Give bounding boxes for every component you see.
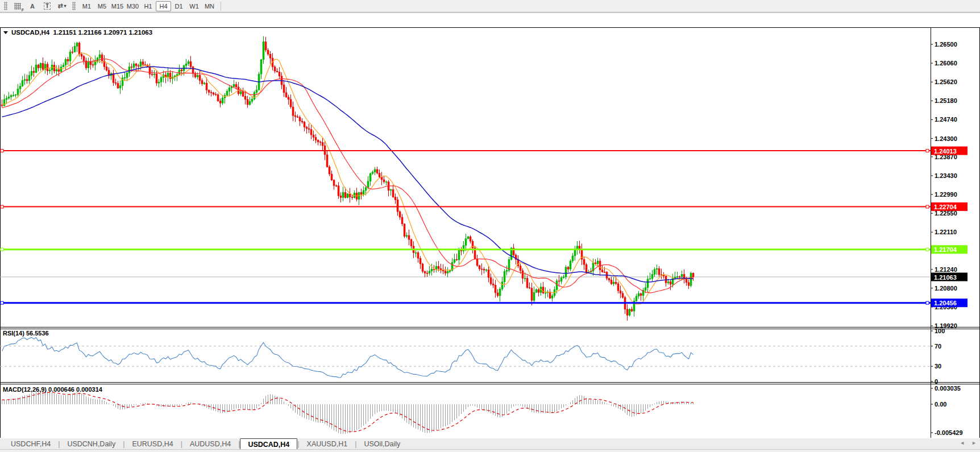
price-tag-text: 1.20456 [934, 300, 957, 306]
price-tag-text: 1.21704 [934, 246, 957, 253]
timeframe-button-mn[interactable]: MN [202, 1, 217, 11]
price-axis-tick: 1.24300 [935, 135, 957, 142]
price-tag-text: 1.24013 [934, 148, 957, 155]
price-axis-tick: 1.26500 [935, 41, 957, 48]
chart-tab-audusd[interactable]: AUDUSD,H4 [182, 438, 238, 449]
chart-tab-xauusd[interactable]: XAUUSD,H1 [300, 438, 355, 449]
chart-window: 1.265001.260601.256201.251801.247401.243… [0, 14, 980, 437]
price-axis-tick: 1.24740 [935, 116, 957, 123]
toolbar-grip[interactable] [4, 2, 7, 10]
toolbar-separator [221, 2, 221, 11]
price-axis-tick: 1.26060 [935, 60, 957, 67]
label-tool-button[interactable]: A [26, 1, 39, 11]
macd-indicator-label: MACD(12,26,9) 0.000646 0.000314 [3, 386, 102, 393]
timeframe-button-d1[interactable]: D1 [171, 1, 186, 11]
chart-title: USDCAD,H4 1.21151 1.21166 1.20971 1.2106… [3, 29, 152, 36]
timeframe-button-h1[interactable]: H1 [140, 1, 156, 11]
chart-canvas[interactable]: 1.265001.260601.256201.251801.247401.243… [0, 14, 980, 452]
chart-tab-usdcad[interactable]: USDCAD,H4 [240, 438, 297, 449]
macd-axis-tick: -0.005429 [935, 429, 963, 436]
rsi-axis-tick: 30 [935, 363, 941, 370]
rsi-indicator-label: RSI(14) 56.5536 [3, 330, 49, 337]
grid-dots-icon: F [14, 3, 21, 10]
rsi-axis-tick: 70 [935, 343, 941, 350]
price-tag-text: 1.21063 [934, 274, 957, 281]
price-axis-tick: 1.20800 [935, 285, 957, 292]
chart-dropdown-icon[interactable] [3, 31, 8, 34]
price-tag-text: 1.22704 [934, 204, 957, 210]
price-axis-tick: 1.22110 [935, 229, 957, 235]
price-axis-tick: 1.23430 [935, 172, 957, 179]
tabbar-scroll-left-icon[interactable]: ◄ [960, 440, 965, 446]
chart-tab-usdcnh[interactable]: USDCNH,Daily [60, 438, 123, 449]
timeframe-button-m5[interactable]: M5 [94, 1, 110, 11]
symbol-tab-bar: USDCHF,H4|USDCNH,Daily|EURUSD,H4|AUDUSD,… [0, 438, 980, 449]
chart-title-text: USDCAD,H4 1.21151 1.21166 1.20971 1.2106… [11, 29, 152, 36]
toolbar: F A T ⇄ ▾ M1M5M15M30H1H4D1W1MN [0, 0, 980, 13]
label-a-icon: A [30, 3, 35, 10]
text-t-icon: T [44, 2, 51, 10]
price-axis-tick: 1.25180 [935, 97, 957, 104]
macd-axis-tick: 0.00 [935, 401, 946, 408]
chart-tab-usoil[interactable]: USOil,Daily [356, 438, 408, 449]
rsi-axis-tick: 100 [935, 327, 945, 334]
chart-tab-usdchf[interactable]: USDCHF,H4 [3, 438, 58, 449]
mt4-terminal: F A T ⇄ ▾ M1M5M15M30H1H4D1W1MN 1.265001.… [0, 0, 980, 452]
timeframe-button-h4[interactable]: H4 [156, 1, 171, 11]
arrows-tool-button[interactable]: ⇄ ▾ [55, 1, 69, 11]
timeframe-button-group: M1M5M15M30H1H4D1W1MN [79, 1, 217, 11]
text-tool-button[interactable]: T [40, 1, 54, 11]
tabbar-scroll-arrows: ◄ ► [960, 440, 977, 446]
arrows-icon: ⇄ [57, 2, 63, 10]
price-axis-tick: 1.25620 [935, 78, 957, 85]
rsi-axis-tick: 0 [935, 378, 938, 385]
toolbar-grip[interactable] [72, 2, 76, 10]
price-axis-tick: 1.21240 [935, 266, 957, 273]
timeframe-button-w1[interactable]: W1 [186, 1, 202, 11]
timeframe-button-m30[interactable]: M30 [125, 1, 140, 11]
timeframe-button-m15[interactable]: M15 [110, 1, 125, 11]
price-axis-tick: 1.22990 [935, 191, 957, 198]
tabbar-scroll-right-icon[interactable]: ► [971, 440, 977, 446]
chart-tab-eurusd[interactable]: EURUSD,H4 [124, 438, 180, 449]
dropdown-caret-icon: ▾ [64, 3, 67, 9]
status-strip [0, 449, 980, 452]
timeframe-button-m1[interactable]: M1 [79, 1, 94, 11]
objects-grid-tool-button[interactable]: F [11, 1, 24, 11]
macd-axis-tick: 0.003035 [935, 385, 961, 392]
